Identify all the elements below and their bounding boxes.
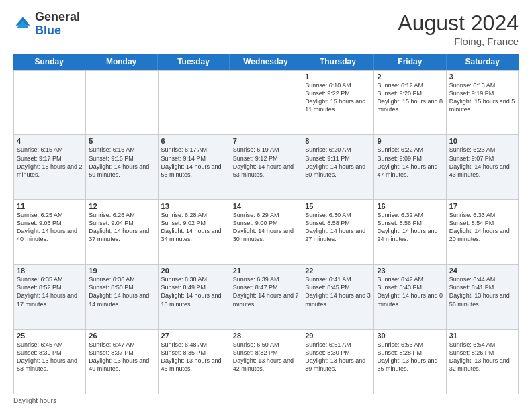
calendar-cell-30: 30Sunrise: 6:53 AMSunset: 8:28 PMDayligh…	[374, 330, 446, 394]
calendar-cell-6: 6Sunrise: 6:17 AMSunset: 9:14 PMDaylight…	[159, 135, 230, 199]
cell-date-number: 23	[377, 267, 443, 275]
cell-info-text: Sunrise: 6:13 AMSunset: 9:19 PMDaylight:…	[449, 81, 515, 114]
calendar-cell-14: 14Sunrise: 6:29 AMSunset: 9:00 PMDayligh…	[230, 200, 302, 265]
cell-info-text: Sunrise: 6:48 AMSunset: 8:35 PMDaylight:…	[161, 340, 227, 373]
calendar-cell-22: 22Sunrise: 6:41 AMSunset: 8:45 PMDayligh…	[302, 265, 374, 329]
cell-info-text: Sunrise: 6:54 AMSunset: 8:26 PMDaylight:…	[449, 340, 515, 373]
cell-date-number: 5	[89, 137, 154, 145]
calendar-cell-31: 31Sunrise: 6:54 AMSunset: 8:26 PMDayligh…	[447, 330, 519, 394]
calendar-cell-7: 7Sunrise: 6:19 AMSunset: 9:12 PMDaylight…	[230, 135, 302, 199]
cell-info-text: Sunrise: 6:33 AMSunset: 8:54 PMDaylight:…	[449, 211, 515, 244]
header-day-friday: Friday	[374, 54, 446, 70]
cell-info-text: Sunrise: 6:36 AMSunset: 8:50 PMDaylight:…	[89, 275, 154, 308]
cell-info-text: Sunrise: 6:28 AMSunset: 9:02 PMDaylight:…	[161, 211, 227, 244]
calendar-cell-9: 9Sunrise: 6:22 AMSunset: 9:09 PMDaylight…	[374, 135, 446, 199]
cell-info-text: Sunrise: 6:12 AMSunset: 9:20 PMDaylight:…	[377, 81, 443, 114]
calendar-cell-24: 24Sunrise: 6:44 AMSunset: 8:41 PMDayligh…	[447, 265, 519, 329]
calendar-cell-3: 3Sunrise: 6:13 AMSunset: 9:19 PMDaylight…	[447, 71, 519, 135]
logo-icon	[13, 15, 32, 34]
cell-date-number: 19	[89, 267, 154, 275]
header-day-thursday: Thursday	[302, 54, 374, 70]
calendar-cell-2: 2Sunrise: 6:12 AMSunset: 9:20 PMDaylight…	[374, 71, 446, 135]
calendar-cell-13: 13Sunrise: 6:28 AMSunset: 9:02 PMDayligh…	[159, 200, 230, 265]
calendar-row-5: 25Sunrise: 6:45 AMSunset: 8:39 PMDayligh…	[14, 330, 519, 394]
cell-date-number: 21	[233, 267, 299, 275]
cell-date-number: 24	[449, 267, 515, 275]
calendar-cell-21: 21Sunrise: 6:39 AMSunset: 8:47 PMDayligh…	[230, 265, 302, 329]
cell-info-text: Sunrise: 6:23 AMSunset: 9:07 PMDaylight:…	[449, 146, 515, 179]
cell-info-text: Sunrise: 6:19 AMSunset: 9:12 PMDaylight:…	[233, 146, 299, 179]
cell-info-text: Sunrise: 6:20 AMSunset: 9:11 PMDaylight:…	[305, 146, 371, 179]
calendar-cell-empty-0-2	[159, 71, 230, 135]
cell-info-text: Sunrise: 6:17 AMSunset: 9:14 PMDaylight:…	[161, 146, 227, 179]
title-block: August 2024 Floing, France	[398, 11, 519, 47]
cell-date-number: 25	[17, 332, 83, 340]
cell-date-number: 6	[161, 137, 227, 145]
cell-info-text: Sunrise: 6:30 AMSunset: 8:58 PMDaylight:…	[305, 211, 371, 244]
cell-date-number: 17	[449, 202, 515, 210]
cell-date-number: 4	[17, 137, 83, 145]
calendar-cell-5: 5Sunrise: 6:16 AMSunset: 9:16 PMDaylight…	[86, 135, 158, 199]
calendar-cell-26: 26Sunrise: 6:47 AMSunset: 8:37 PMDayligh…	[86, 330, 158, 394]
cell-info-text: Sunrise: 6:44 AMSunset: 8:41 PMDaylight:…	[449, 275, 515, 308]
calendar-cell-8: 8Sunrise: 6:20 AMSunset: 9:11 PMDaylight…	[302, 135, 374, 199]
calendar-row-2: 4Sunrise: 6:15 AMSunset: 9:17 PMDaylight…	[14, 135, 519, 199]
cell-info-text: Sunrise: 6:45 AMSunset: 8:39 PMDaylight:…	[17, 340, 83, 373]
calendar-body: 1Sunrise: 6:10 AMSunset: 9:22 PMDaylight…	[13, 70, 519, 394]
cell-info-text: Sunrise: 6:35 AMSunset: 8:52 PMDaylight:…	[17, 275, 83, 308]
daylight-label: Daylight hours	[13, 397, 56, 404]
calendar-cell-29: 29Sunrise: 6:51 AMSunset: 8:30 PMDayligh…	[302, 330, 374, 394]
calendar-cell-25: 25Sunrise: 6:45 AMSunset: 8:39 PMDayligh…	[14, 330, 86, 394]
cell-info-text: Sunrise: 6:25 AMSunset: 9:05 PMDaylight:…	[17, 211, 83, 244]
cell-date-number: 2	[377, 73, 443, 81]
cell-date-number: 20	[161, 267, 227, 275]
calendar: SundayMondayTuesdayWednesdayThursdayFrid…	[13, 54, 519, 394]
header-day-sunday: Sunday	[13, 54, 85, 70]
cell-date-number: 22	[305, 267, 371, 275]
calendar-cell-1: 1Sunrise: 6:10 AMSunset: 9:22 PMDaylight…	[302, 71, 374, 135]
calendar-row-4: 18Sunrise: 6:35 AMSunset: 8:52 PMDayligh…	[14, 265, 519, 329]
cell-date-number: 1	[305, 73, 371, 81]
cell-date-number: 11	[17, 202, 83, 210]
calendar-cell-12: 12Sunrise: 6:26 AMSunset: 9:04 PMDayligh…	[86, 200, 158, 265]
logo-text: General Blue	[35, 11, 80, 38]
logo-general: General	[35, 10, 80, 24]
calendar-cell-empty-0-0	[14, 71, 86, 135]
cell-date-number: 28	[233, 332, 299, 340]
calendar-cell-11: 11Sunrise: 6:25 AMSunset: 9:05 PMDayligh…	[14, 200, 86, 265]
page: General Blue August 2024 Floing, France …	[0, 0, 532, 411]
cell-info-text: Sunrise: 6:15 AMSunset: 9:17 PMDaylight:…	[17, 146, 83, 179]
cell-date-number: 8	[305, 137, 371, 145]
cell-date-number: 7	[233, 137, 299, 145]
calendar-cell-16: 16Sunrise: 6:32 AMSunset: 8:56 PMDayligh…	[374, 200, 446, 265]
cell-info-text: Sunrise: 6:10 AMSunset: 9:22 PMDaylight:…	[305, 81, 371, 114]
cell-info-text: Sunrise: 6:51 AMSunset: 8:30 PMDaylight:…	[305, 340, 371, 373]
cell-info-text: Sunrise: 6:26 AMSunset: 9:04 PMDaylight:…	[89, 211, 154, 244]
cell-date-number: 15	[305, 202, 371, 210]
cell-info-text: Sunrise: 6:16 AMSunset: 9:16 PMDaylight:…	[89, 146, 154, 179]
calendar-cell-23: 23Sunrise: 6:42 AMSunset: 8:43 PMDayligh…	[374, 265, 446, 329]
calendar-row-1: 1Sunrise: 6:10 AMSunset: 9:22 PMDaylight…	[14, 71, 519, 135]
cell-info-text: Sunrise: 6:39 AMSunset: 8:47 PMDaylight:…	[233, 275, 299, 308]
cell-info-text: Sunrise: 6:22 AMSunset: 9:09 PMDaylight:…	[377, 146, 443, 179]
cell-date-number: 13	[161, 202, 227, 210]
cell-date-number: 30	[377, 332, 443, 340]
cell-info-text: Sunrise: 6:38 AMSunset: 8:49 PMDaylight:…	[161, 275, 227, 308]
cell-info-text: Sunrise: 6:50 AMSunset: 8:32 PMDaylight:…	[233, 340, 299, 373]
cell-date-number: 18	[17, 267, 83, 275]
header-day-wednesday: Wednesday	[230, 54, 302, 70]
calendar-row-3: 11Sunrise: 6:25 AMSunset: 9:05 PMDayligh…	[14, 200, 519, 265]
header-day-monday: Monday	[85, 54, 157, 70]
cell-date-number: 31	[449, 332, 515, 340]
month-year: August 2024	[398, 11, 519, 36]
calendar-cell-10: 10Sunrise: 6:23 AMSunset: 9:07 PMDayligh…	[447, 135, 519, 199]
cell-date-number: 26	[89, 332, 154, 340]
cell-date-number: 12	[89, 202, 154, 210]
cell-info-text: Sunrise: 6:32 AMSunset: 8:56 PMDaylight:…	[377, 211, 443, 244]
cell-info-text: Sunrise: 6:47 AMSunset: 8:37 PMDaylight:…	[89, 340, 154, 373]
location: Floing, France	[398, 36, 519, 47]
cell-date-number: 3	[449, 73, 515, 81]
cell-date-number: 9	[377, 137, 443, 145]
calendar-cell-20: 20Sunrise: 6:38 AMSunset: 8:49 PMDayligh…	[159, 265, 230, 329]
cell-date-number: 29	[305, 332, 371, 340]
